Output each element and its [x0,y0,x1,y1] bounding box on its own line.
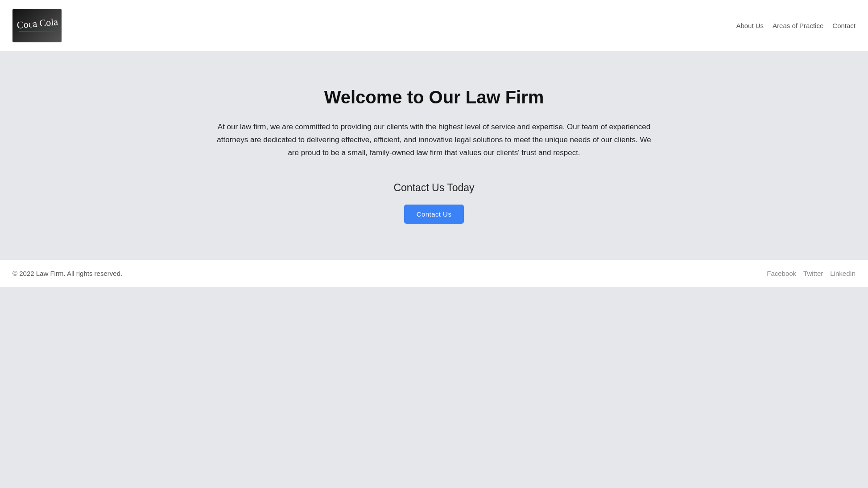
hero-section: Welcome to Our Law Firm At our law firm,… [211,87,657,224]
cta-heading: Contact Us Today [211,182,657,194]
footer-social: Facebook Twitter LinkedIn [767,270,856,277]
nav-areas-of-practice[interactable]: Areas of Practice [773,22,823,29]
main-nav: About Us Areas of Practice Contact [736,22,856,29]
logo: Coca Cola [12,9,62,42]
site-header: Coca Cola About Us Areas of Practice Con… [0,0,868,52]
svg-text:Coca Cola: Coca Cola [17,16,58,31]
cta-section: Contact Us Today Contact Us [211,182,657,224]
logo-svg: Coca Cola [15,11,59,40]
contact-us-button[interactable]: Contact Us [404,205,464,224]
nav-about-us[interactable]: About Us [736,22,764,29]
footer-copyright: © 2022 Law Firm. All rights reserved. [12,270,122,277]
social-twitter[interactable]: Twitter [803,270,823,277]
site-footer: © 2022 Law Firm. All rights reserved. Fa… [0,259,868,287]
nav-contact[interactable]: Contact [832,22,856,29]
logo-container: Coca Cola [12,9,62,42]
hero-title: Welcome to Our Law Firm [211,87,657,107]
social-linkedin[interactable]: LinkedIn [830,270,856,277]
social-facebook[interactable]: Facebook [767,270,796,277]
main-content: Welcome to Our Law Firm At our law firm,… [0,52,868,259]
hero-description: At our law firm, we are committed to pro… [211,121,657,160]
